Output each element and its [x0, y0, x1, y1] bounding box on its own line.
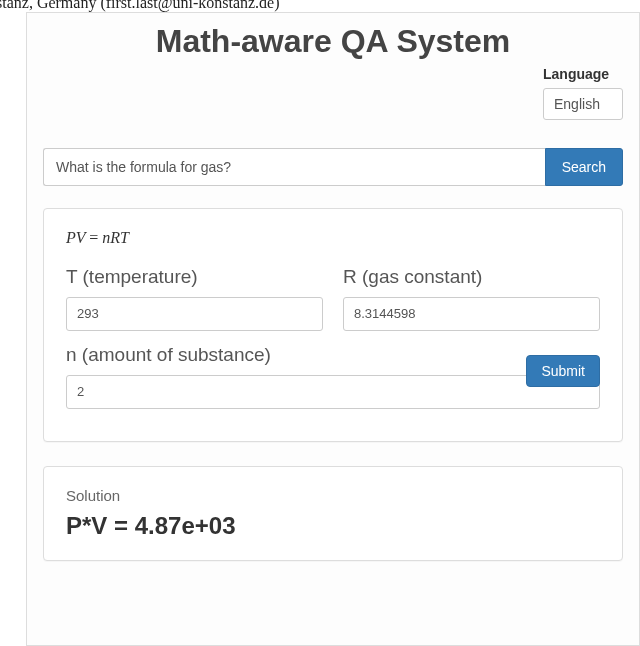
temperature-input[interactable]: [66, 297, 323, 331]
language-dropdown[interactable]: English: [543, 88, 623, 120]
page-title: Math-aware QA System: [43, 23, 623, 60]
search-button[interactable]: Search: [545, 148, 623, 186]
submit-button[interactable]: Submit: [526, 355, 600, 387]
formula-panel: PV = nRT T (temperature) R (gas constant…: [43, 208, 623, 442]
equals-sign: =: [89, 229, 102, 246]
field-temperature: T (temperature): [66, 265, 323, 331]
formula-display: PV = nRT: [66, 229, 600, 247]
amount-input[interactable]: [66, 375, 600, 409]
search-bar: Search: [43, 148, 623, 186]
variable-inputs: T (temperature) R (gas constant) n (amou…: [66, 265, 600, 421]
app-container: Math-aware QA System Language English Se…: [26, 12, 640, 646]
language-label: Language: [543, 66, 623, 82]
solution-label: Solution: [66, 487, 600, 504]
solution-value: P*V = 4.87e+03: [66, 512, 600, 540]
gas-constant-label: R (gas constant): [343, 265, 600, 289]
temperature-label: T (temperature): [66, 265, 323, 289]
search-input[interactable]: [43, 148, 545, 186]
solution-panel: Solution P*V = 4.87e+03: [43, 466, 623, 561]
formula-rhs: nRT: [102, 229, 129, 246]
formula-lhs: PV: [66, 229, 85, 246]
page-header-fragment: stanz, Germany (first.last@uni-konstanz.…: [0, 0, 280, 12]
gas-constant-input[interactable]: [343, 297, 600, 331]
field-amount: n (amount of substance): [66, 343, 600, 409]
language-selector: Language English: [543, 66, 623, 120]
field-gas-constant: R (gas constant): [343, 265, 600, 331]
amount-label: n (amount of substance): [66, 343, 600, 367]
